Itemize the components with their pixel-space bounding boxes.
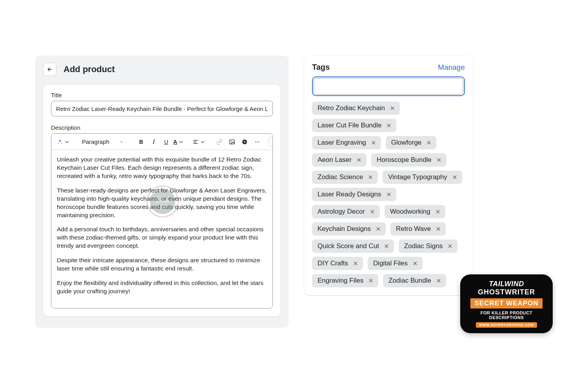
tag-remove-button[interactable] — [425, 139, 432, 146]
close-icon — [426, 140, 432, 145]
close-icon — [436, 278, 441, 283]
tag-remove-button[interactable] — [385, 191, 392, 198]
close-icon — [356, 157, 362, 163]
description-label: Description — [51, 124, 273, 131]
close-icon — [368, 174, 373, 180]
code-view-button[interactable]: </> — [269, 137, 273, 147]
tag-label: Retro Zodiac Keychain — [318, 104, 385, 112]
link-icon — [216, 139, 223, 145]
tag-chip: Horoscope Bundle — [371, 153, 446, 167]
description-paragraph: Enjoy the flexibility and individuality … — [57, 279, 267, 296]
title-input[interactable] — [51, 101, 273, 116]
tag-chip: Glowforge — [386, 136, 436, 149]
italic-button[interactable]: I — [148, 136, 160, 148]
format-select-label: Paragraph — [82, 138, 109, 145]
tag-chip: Retro Zodiac Keychain — [312, 102, 400, 115]
tag-remove-button[interactable] — [383, 243, 390, 250]
editor-toolbar: Paragraph B I U A — [51, 134, 272, 150]
close-icon — [384, 243, 389, 249]
align-button[interactable] — [192, 136, 206, 148]
tag-label: Zodiac Signs — [404, 242, 443, 250]
tag-label: Astrology Decor — [318, 208, 365, 216]
badge-line4: FOR KILLER PRODUCT DESCRIPTIONS — [466, 310, 546, 320]
dots-horizontal-icon — [254, 139, 260, 145]
badge-line1: TAILWIND — [466, 280, 546, 288]
tag-chip: Laser Engraving — [312, 136, 381, 149]
tag-chip: Laser Cut File Bundle — [312, 119, 396, 132]
tag-chip: Zodiac Bundle — [383, 274, 446, 287]
tag-label: Digital Files — [373, 260, 408, 267]
close-icon — [386, 123, 392, 128]
back-button[interactable] — [43, 63, 56, 76]
tag-remove-button[interactable] — [435, 225, 442, 232]
tag-remove-button[interactable] — [375, 225, 382, 232]
tag-chip: Quick Score and Cut — [312, 240, 394, 253]
tag-remove-button[interactable] — [389, 105, 396, 112]
tag-label: Laser Engraving — [318, 139, 366, 147]
arrow-left-icon — [47, 66, 53, 73]
page-header: Add product — [43, 63, 281, 76]
chevron-down-icon — [64, 139, 70, 145]
tag-chip: Astrology Decor — [312, 205, 380, 218]
tag-remove-button[interactable] — [356, 156, 363, 163]
tag-label: Keychain Designs — [318, 225, 371, 233]
description-textarea[interactable]: Unleash your creative potential with thi… — [51, 150, 272, 308]
tag-remove-button[interactable] — [451, 174, 458, 181]
text-color-button[interactable]: A — [173, 136, 185, 148]
close-icon — [376, 226, 381, 232]
tag-chip: Retro Wave — [390, 222, 446, 236]
svg-rect-4 — [230, 140, 234, 144]
description-paragraph: These laser-ready designs are perfect fo… — [57, 187, 267, 220]
manage-tags-link[interactable]: Manage — [438, 63, 465, 72]
close-icon — [436, 226, 441, 232]
description-paragraph: Unleash your creative potential with thi… — [57, 156, 267, 180]
tag-remove-button[interactable] — [367, 174, 374, 181]
tag-label: Laser Cut File Bundle — [318, 122, 381, 129]
link-button[interactable] — [214, 136, 225, 148]
tag-remove-button[interactable] — [369, 208, 376, 215]
close-icon — [368, 278, 374, 283]
tag-remove-button[interactable] — [435, 277, 442, 284]
video-button[interactable] — [239, 136, 250, 148]
chevron-down-icon — [178, 139, 184, 145]
align-left-icon — [192, 139, 199, 145]
tag-chip: Woodworking — [385, 205, 445, 218]
more-button[interactable] — [251, 136, 263, 148]
tag-chip: Vintage Typography — [383, 171, 462, 184]
ai-magic-button[interactable] — [57, 136, 70, 148]
tag-input[interactable] — [314, 78, 463, 94]
tag-remove-button[interactable] — [446, 243, 454, 250]
tag-label: Laser Ready Designs — [318, 191, 381, 198]
tag-label: Glowforge — [391, 139, 421, 147]
tag-label: DIY Crafts — [318, 260, 348, 267]
chevron-down-icon — [200, 139, 206, 145]
tag-remove-button[interactable] — [352, 260, 359, 267]
svg-point-5 — [231, 141, 232, 142]
svg-point-9 — [257, 141, 258, 142]
svg-point-8 — [255, 141, 256, 142]
tag-chip: Keychain Designs — [312, 222, 386, 236]
paragraph-format-select[interactable]: Paragraph — [78, 137, 127, 147]
tag-remove-button[interactable] — [385, 122, 392, 129]
tag-label: Quick Score and Cut — [318, 242, 379, 250]
tags-title: Tags — [312, 63, 330, 72]
tag-label: Zodiac Science — [318, 173, 363, 181]
tag-input-focus-ring — [312, 76, 465, 96]
tag-label: Horoscope Bundle — [377, 156, 432, 164]
tag-chip: Engraving Files — [312, 274, 378, 287]
svg-point-10 — [258, 141, 259, 142]
bold-button[interactable]: B — [135, 136, 147, 148]
close-icon — [435, 209, 441, 214]
tag-remove-button[interactable] — [436, 156, 443, 163]
badge-line3: SECRET WEAPON — [470, 298, 542, 309]
tag-remove-button[interactable] — [367, 277, 374, 284]
tag-remove-button[interactable] — [412, 260, 419, 267]
image-button[interactable] — [226, 136, 238, 148]
tag-remove-button[interactable] — [434, 208, 441, 215]
close-icon — [371, 140, 376, 145]
badge-line2: GHOSTWRITER — [466, 288, 546, 296]
product-card: Title Description — [43, 85, 281, 316]
tag-remove-button[interactable] — [370, 139, 377, 146]
underline-button[interactable]: U — [160, 136, 172, 148]
close-icon — [412, 261, 418, 266]
